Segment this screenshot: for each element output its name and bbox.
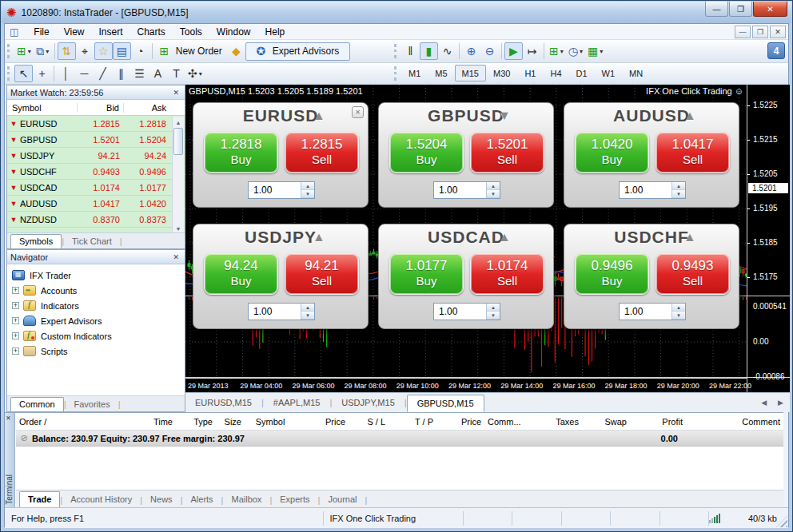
terminal-toggle[interactable]: ▤ — [113, 42, 131, 60]
navigator-toggle[interactable]: ☆ — [94, 42, 113, 60]
menu-item-view[interactable]: View — [57, 26, 92, 38]
child-minimize-button[interactable]: — — [735, 26, 751, 38]
chart-tab-eurusd-m15[interactable]: EURUSD,M15 — [185, 395, 261, 411]
market-watch-row[interactable]: ▼USDCHF0.94930.9496 — [7, 164, 185, 180]
market-watch-scrollbar[interactable]: ▲ ▼ — [172, 117, 184, 234]
buy-button[interactable]: 94.24Buy — [204, 253, 278, 295]
timeframe-w1[interactable]: W1 — [595, 65, 623, 81]
menu-item-insert[interactable]: Insert — [91, 26, 130, 38]
lot-size-field[interactable]: ▲▼ — [619, 181, 686, 199]
chart-shift-button[interactable]: ↦ — [523, 42, 541, 60]
maximize-button[interactable]: ❐ — [729, 2, 752, 17]
lot-spinner-up[interactable]: ▲ — [301, 182, 314, 190]
bar-chart-button[interactable]: ‖ — [401, 42, 420, 60]
trendline-tool[interactable]: ╱ — [94, 65, 112, 82]
market-watch-row[interactable]: ▼EURUSD1.28151.2818 — [7, 116, 185, 132]
lot-spinner-down[interactable]: ▼ — [487, 190, 500, 198]
tree-item-ifx-trader[interactable]: IFX Trader — [7, 268, 185, 283]
trade-panel-audusd[interactable]: AUDUSD▲1.0420Buy1.0417Sell▲▼ — [564, 102, 739, 208]
horizontal-line-tool[interactable]: ─ — [75, 65, 94, 82]
toolbar-grip[interactable] — [394, 66, 398, 81]
expand-icon[interactable]: + — [12, 317, 19, 324]
terminal-column-comment[interactable]: Comment — [686, 417, 783, 427]
sell-button[interactable]: 94.21Sell — [285, 253, 359, 295]
column-bid[interactable]: Bid — [78, 103, 124, 113]
tree-item-indicators[interactable]: +Indicators — [7, 298, 185, 313]
navigator-close-icon[interactable]: ✕ — [170, 253, 181, 261]
terminal-column-time[interactable]: Time — [64, 417, 176, 427]
trade-panel-gbpusd[interactable]: GBPUSD▼1.5204Buy1.5201Sell▲▼ — [378, 102, 554, 208]
terminal-column-symbol[interactable]: Symbol — [245, 417, 296, 427]
market-watch-header[interactable]: Market Watch: 23:59:56 ✕ — [7, 85, 185, 100]
lot-size-field[interactable]: ▲▼ — [619, 303, 686, 320]
lot-input[interactable] — [434, 304, 486, 320]
new-order-icon[interactable]: ⊞ — [155, 42, 173, 60]
templates-button[interactable]: ▦▾ — [585, 42, 605, 60]
line-chart-button[interactable]: ∿ — [438, 42, 456, 60]
lot-input[interactable] — [249, 182, 301, 198]
new-order-button[interactable]: New Order — [176, 46, 222, 57]
alert-icon[interactable]: ◆ — [227, 42, 245, 60]
tab-favorites[interactable]: Favorites — [66, 398, 118, 411]
terminal-tab-news[interactable]: News — [142, 492, 181, 507]
terminal-tab-mailbox[interactable]: Mailbox — [223, 492, 269, 507]
toolbar-grip[interactable] — [7, 66, 11, 81]
timeframe-mn[interactable]: MN — [622, 65, 650, 81]
crosshair-tool[interactable]: + — [33, 65, 51, 82]
market-watch-toggle[interactable]: ⇅ — [58, 42, 76, 60]
lot-spinner-down[interactable]: ▼ — [301, 190, 314, 198]
market-watch-row[interactable]: ▼NZDUSD0.83700.8373 — [7, 212, 185, 228]
scroll-up-icon[interactable]: ▲ — [173, 117, 184, 128]
time-axis[interactable]: 29 Mar 201329 Mar 04:0029 Mar 06:0029 Ma… — [185, 378, 747, 392]
price-scale[interactable]: 1.52251.52151.52051.51951.51851.51751.52… — [747, 85, 790, 392]
menu-item-charts[interactable]: Charts — [130, 26, 173, 38]
tab-scroll-right-icon[interactable]: ▶ — [778, 399, 783, 407]
comments-badge[interactable]: 4 — [767, 42, 785, 59]
child-close-button[interactable]: ✕ — [770, 26, 786, 38]
zoom-out-button[interactable]: ⊖ — [480, 42, 499, 60]
tree-item-scripts[interactable]: +Scripts — [7, 343, 185, 359]
terminal-column-t-p[interactable]: T / P — [389, 417, 436, 427]
terminal-column-price[interactable]: Price — [296, 417, 349, 427]
terminal-column-size[interactable]: Size — [216, 417, 245, 427]
trade-panel-usdjpy[interactable]: USDJPY▲94.24Buy94.21Sell▲▼ — [193, 224, 369, 329]
timeframe-m15[interactable]: M15 — [455, 65, 486, 81]
terminal-column-order-[interactable]: Order / — [16, 417, 64, 427]
menu-item-window[interactable]: Window — [209, 26, 258, 38]
lot-spinner-down[interactable]: ▼ — [301, 312, 314, 320]
lot-spinner-up[interactable]: ▲ — [487, 182, 500, 190]
lot-spinner-up[interactable]: ▲ — [672, 304, 685, 312]
text-label-tool[interactable]: T — [167, 65, 185, 82]
indicators-button[interactable]: ⊞▾ — [547, 42, 566, 60]
cursor-tool[interactable]: ↖ — [14, 65, 33, 82]
buy-button[interactable]: 1.0177Buy — [389, 253, 464, 295]
terminal-column-comm-[interactable]: Comm... — [484, 417, 532, 427]
terminal-column-profit[interactable]: Profit — [630, 417, 686, 427]
toolbar-grip[interactable] — [394, 44, 398, 58]
timeframe-d1[interactable]: D1 — [569, 65, 595, 81]
lot-size-field[interactable]: ▲▼ — [433, 303, 500, 320]
title-bar[interactable]: ✺ 1020890: InstaTrader - [GBPUSD,M15] — … — [2, 2, 791, 23]
minimize-button[interactable]: — — [705, 2, 728, 17]
trade-panel-usdcad[interactable]: USDCAD▲1.0177Buy1.0174Sell▲▼ — [378, 224, 554, 329]
lot-spinner-up[interactable]: ▲ — [487, 304, 500, 312]
toolbar-grip[interactable] — [7, 44, 11, 58]
lot-input[interactable] — [620, 182, 671, 198]
chart-tab-gbpusd-m15[interactable]: GBPUSD,M15 — [407, 395, 484, 412]
chart-tab-usdjpy-m15[interactable]: USDJPY,M15 — [332, 395, 404, 411]
data-window-button[interactable]: ⌖ — [76, 42, 94, 60]
column-ask[interactable]: Ask — [124, 103, 170, 113]
expand-icon[interactable]: + — [12, 347, 19, 355]
buy-button[interactable]: 1.5204Buy — [389, 132, 464, 173]
market-watch-row[interactable]: ▼USDCAD1.01741.0177 — [7, 180, 185, 196]
market-watch-row[interactable]: ▼AUDUSD1.04171.0420 — [7, 196, 185, 212]
menu-item-tools[interactable]: Tools — [173, 26, 209, 38]
tab-tick-chart[interactable]: Tick Chart — [64, 235, 120, 248]
sell-button[interactable]: 1.0174Sell — [470, 253, 544, 295]
sell-button[interactable]: 1.0417Sell — [656, 132, 730, 173]
sell-button[interactable]: 1.5201Sell — [470, 132, 544, 173]
lot-spinner-down[interactable]: ▼ — [672, 312, 685, 320]
market-watch-row[interactable]: ▼GBPUSD1.52011.5204 — [7, 132, 185, 148]
tree-item-accounts[interactable]: +Accounts — [7, 283, 185, 298]
terminal-tab-alerts[interactable]: Alerts — [182, 492, 221, 507]
